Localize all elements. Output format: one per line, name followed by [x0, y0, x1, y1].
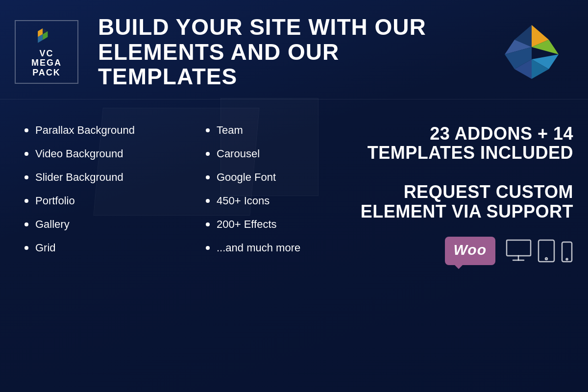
bullet-icon: [24, 128, 28, 132]
header-title: BUILD YOUR SITE WITH OUR ELEMENTS AND OU…: [98, 15, 441, 89]
svg-rect-13: [507, 240, 531, 256]
list-item: 200+ Effects: [206, 218, 338, 231]
woo-text: Woo: [454, 242, 487, 258]
bullet-icon: [24, 246, 28, 250]
tablet-icon: [537, 239, 556, 263]
stats-block: 23 ADDONS + 14TEMPLATES INCLUDED REQUEST…: [361, 124, 573, 221]
bullet-icon: [24, 175, 28, 179]
list-item: Grid: [24, 242, 181, 254]
bullet-icon: [24, 222, 28, 226]
svg-rect-16: [539, 240, 554, 262]
logo-box: VC MEGA PACK: [15, 20, 78, 84]
logo-text: VC MEGA PACK: [31, 49, 62, 78]
woo-badge: Woo: [445, 237, 495, 265]
header: VC MEGA PACK BUILD YOUR SITE WITH OUR EL…: [0, 0, 588, 99]
gem-logo-icon: [500, 20, 564, 84]
list-item: ...and much more: [206, 242, 338, 254]
col-right: 23 ADDONS + 14TEMPLATES INCLUDED REQUEST…: [338, 124, 573, 265]
monitor-icon: [505, 239, 532, 263]
svg-point-17: [545, 258, 547, 260]
bg-shape-2: [220, 98, 318, 196]
bullet-icon: [24, 199, 28, 203]
bullet-icon: [206, 222, 210, 226]
svg-point-19: [566, 258, 568, 260]
header-left: VC MEGA PACK BUILD YOUR SITE WITH OUR EL…: [15, 15, 441, 89]
stats-secondary: REQUEST CUSTOMELEMENT VIA SUPPORT: [361, 182, 573, 221]
list-item: Gallery: [24, 218, 181, 231]
stats-primary: 23 ADDONS + 14TEMPLATES INCLUDED: [361, 124, 573, 163]
bullet-icon: [206, 246, 210, 250]
logo-cube-icon: [29, 26, 64, 47]
bullet-icon: [24, 152, 28, 156]
main-container: VC MEGA PACK BUILD YOUR SITE WITH OUR EL…: [0, 0, 588, 392]
device-icons: [505, 239, 573, 263]
bottom-icons: Woo: [445, 237, 573, 265]
phone-icon: [561, 241, 573, 263]
